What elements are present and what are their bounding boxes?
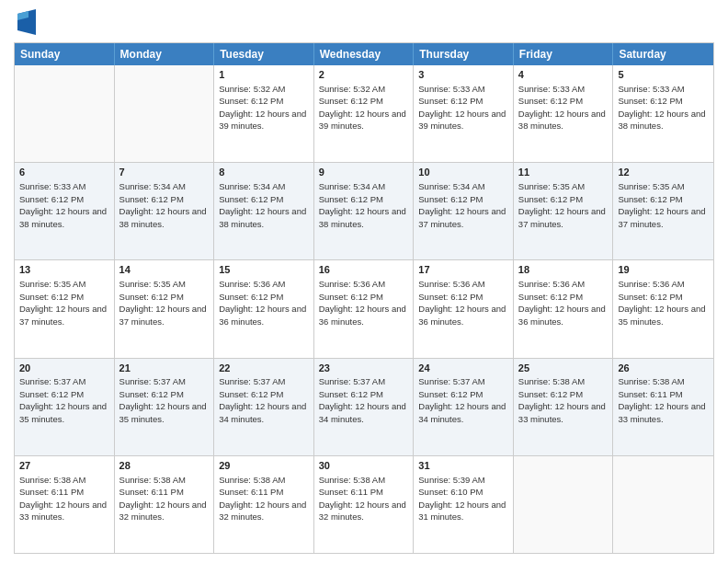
logo	[14, 9, 36, 35]
calendar-cell: 9Sunrise: 5:34 AM Sunset: 6:12 PM Daylig…	[314, 163, 415, 259]
calendar-cell: 31Sunrise: 5:39 AM Sunset: 6:10 PM Dayli…	[414, 456, 514, 553]
calendar-cell: 7Sunrise: 5:34 AM Sunset: 6:12 PM Daylig…	[115, 163, 215, 259]
calendar-cell	[15, 65, 115, 162]
calendar-cell: 17Sunrise: 5:36 AM Sunset: 6:12 PM Dayli…	[414, 260, 514, 357]
calendar-cell: 8Sunrise: 5:34 AM Sunset: 6:12 PM Daylig…	[214, 163, 314, 259]
day-number: 5	[618, 68, 709, 82]
day-number: 6	[19, 166, 109, 179]
day-number: 28	[119, 459, 210, 473]
calendar-cell: 23Sunrise: 5:37 AM Sunset: 6:12 PM Dayli…	[314, 359, 415, 455]
cell-details: Sunrise: 5:36 AM Sunset: 6:12 PM Dayligh…	[219, 279, 309, 327]
calendar-cell: 18Sunrise: 5:36 AM Sunset: 6:12 PM Dayli…	[514, 260, 614, 357]
calendar-cell	[613, 456, 713, 553]
cell-details: Sunrise: 5:33 AM Sunset: 6:12 PM Dayligh…	[618, 84, 708, 132]
calendar-row: 13Sunrise: 5:35 AM Sunset: 6:12 PM Dayli…	[15, 260, 713, 358]
weekday-header: Tuesday	[214, 43, 314, 65]
day-number: 24	[418, 362, 508, 375]
calendar-cell	[514, 456, 614, 553]
day-number: 9	[319, 166, 409, 179]
cell-details: Sunrise: 5:38 AM Sunset: 6:11 PM Dayligh…	[219, 475, 309, 523]
day-number: 2	[319, 68, 409, 82]
calendar-row: 6Sunrise: 5:33 AM Sunset: 6:12 PM Daylig…	[15, 163, 713, 260]
cell-details: Sunrise: 5:32 AM Sunset: 6:12 PM Dayligh…	[219, 84, 309, 132]
weekday-header: Monday	[115, 43, 215, 65]
weekday-header: Thursday	[414, 43, 514, 65]
calendar-cell: 6Sunrise: 5:33 AM Sunset: 6:12 PM Daylig…	[15, 163, 115, 259]
page: SundayMondayTuesdayWednesdayThursdayFrid…	[0, 0, 728, 563]
calendar-row: 1Sunrise: 5:32 AM Sunset: 6:12 PM Daylig…	[15, 65, 713, 163]
calendar-cell: 19Sunrise: 5:36 AM Sunset: 6:12 PM Dayli…	[613, 260, 713, 357]
calendar-cell: 27Sunrise: 5:38 AM Sunset: 6:11 PM Dayli…	[15, 456, 115, 553]
cell-details: Sunrise: 5:33 AM Sunset: 6:12 PM Dayligh…	[518, 84, 609, 132]
cell-details: Sunrise: 5:35 AM Sunset: 6:12 PM Dayligh…	[518, 181, 609, 229]
cell-details: Sunrise: 5:34 AM Sunset: 6:12 PM Dayligh…	[119, 181, 210, 229]
day-number: 13	[19, 263, 109, 277]
cell-details: Sunrise: 5:36 AM Sunset: 6:12 PM Dayligh…	[618, 279, 708, 327]
calendar-cell: 24Sunrise: 5:37 AM Sunset: 6:12 PM Dayli…	[414, 359, 514, 455]
cell-details: Sunrise: 5:38 AM Sunset: 6:11 PM Dayligh…	[618, 376, 708, 424]
calendar-cell: 21Sunrise: 5:37 AM Sunset: 6:12 PM Dayli…	[115, 359, 215, 455]
logo-icon	[17, 9, 36, 35]
day-number: 19	[618, 263, 709, 277]
calendar-cell: 16Sunrise: 5:36 AM Sunset: 6:12 PM Dayli…	[314, 260, 415, 357]
day-number: 17	[418, 263, 508, 277]
cell-details: Sunrise: 5:34 AM Sunset: 6:12 PM Dayligh…	[418, 181, 508, 229]
day-number: 29	[219, 459, 309, 473]
calendar-cell: 5Sunrise: 5:33 AM Sunset: 6:12 PM Daylig…	[613, 65, 713, 162]
day-number: 1	[219, 68, 309, 82]
cell-details: Sunrise: 5:36 AM Sunset: 6:12 PM Dayligh…	[418, 279, 508, 327]
cell-details: Sunrise: 5:36 AM Sunset: 6:12 PM Dayligh…	[319, 279, 409, 327]
cell-details: Sunrise: 5:34 AM Sunset: 6:12 PM Dayligh…	[219, 181, 309, 229]
calendar-cell: 2Sunrise: 5:32 AM Sunset: 6:12 PM Daylig…	[314, 65, 415, 162]
cell-details: Sunrise: 5:33 AM Sunset: 6:12 PM Dayligh…	[19, 181, 109, 229]
day-number: 7	[119, 166, 210, 179]
day-number: 16	[319, 263, 409, 277]
calendar-cell: 25Sunrise: 5:38 AM Sunset: 6:12 PM Dayli…	[514, 359, 614, 455]
day-number: 3	[418, 68, 508, 82]
cell-details: Sunrise: 5:32 AM Sunset: 6:12 PM Dayligh…	[319, 84, 409, 132]
day-number: 23	[319, 362, 409, 375]
calendar-cell: 26Sunrise: 5:38 AM Sunset: 6:11 PM Dayli…	[613, 359, 713, 455]
calendar-cell: 15Sunrise: 5:36 AM Sunset: 6:12 PM Dayli…	[214, 260, 314, 357]
calendar-cell: 22Sunrise: 5:37 AM Sunset: 6:12 PM Dayli…	[214, 359, 314, 455]
day-number: 21	[119, 362, 210, 375]
calendar: SundayMondayTuesdayWednesdayThursdayFrid…	[14, 42, 714, 554]
cell-details: Sunrise: 5:39 AM Sunset: 6:10 PM Dayligh…	[418, 475, 508, 523]
calendar-row: 20Sunrise: 5:37 AM Sunset: 6:12 PM Dayli…	[15, 359, 713, 456]
weekday-header: Wednesday	[314, 43, 415, 65]
cell-details: Sunrise: 5:37 AM Sunset: 6:12 PM Dayligh…	[219, 376, 309, 424]
calendar-cell: 10Sunrise: 5:34 AM Sunset: 6:12 PM Dayli…	[414, 163, 514, 259]
cell-details: Sunrise: 5:37 AM Sunset: 6:12 PM Dayligh…	[19, 376, 109, 424]
day-number: 26	[618, 362, 709, 375]
day-number: 25	[518, 362, 609, 375]
day-number: 20	[19, 362, 109, 375]
day-number: 8	[219, 166, 309, 179]
cell-details: Sunrise: 5:38 AM Sunset: 6:11 PM Dayligh…	[19, 475, 109, 523]
calendar-row: 27Sunrise: 5:38 AM Sunset: 6:11 PM Dayli…	[15, 456, 713, 553]
calendar-header: SundayMondayTuesdayWednesdayThursdayFrid…	[15, 43, 713, 65]
calendar-cell: 13Sunrise: 5:35 AM Sunset: 6:12 PM Dayli…	[15, 260, 115, 357]
weekday-header: Sunday	[15, 43, 115, 65]
cell-details: Sunrise: 5:38 AM Sunset: 6:12 PM Dayligh…	[518, 376, 609, 424]
day-number: 22	[219, 362, 309, 375]
day-number: 27	[19, 459, 109, 473]
calendar-cell: 30Sunrise: 5:38 AM Sunset: 6:11 PM Dayli…	[314, 456, 415, 553]
day-number: 30	[319, 459, 409, 473]
cell-details: Sunrise: 5:34 AM Sunset: 6:12 PM Dayligh…	[319, 181, 409, 229]
cell-details: Sunrise: 5:37 AM Sunset: 6:12 PM Dayligh…	[319, 376, 409, 424]
weekday-header: Friday	[514, 43, 614, 65]
day-number: 4	[518, 68, 609, 82]
day-number: 18	[518, 263, 609, 277]
cell-details: Sunrise: 5:38 AM Sunset: 6:11 PM Dayligh…	[319, 475, 409, 523]
cell-details: Sunrise: 5:38 AM Sunset: 6:11 PM Dayligh…	[119, 475, 210, 523]
calendar-cell: 14Sunrise: 5:35 AM Sunset: 6:12 PM Dayli…	[115, 260, 215, 357]
cell-details: Sunrise: 5:35 AM Sunset: 6:12 PM Dayligh…	[119, 279, 210, 327]
calendar-cell: 4Sunrise: 5:33 AM Sunset: 6:12 PM Daylig…	[514, 65, 614, 162]
day-number: 31	[418, 459, 508, 473]
cell-details: Sunrise: 5:37 AM Sunset: 6:12 PM Dayligh…	[418, 376, 508, 424]
calendar-body: 1Sunrise: 5:32 AM Sunset: 6:12 PM Daylig…	[15, 65, 713, 553]
calendar-cell: 20Sunrise: 5:37 AM Sunset: 6:12 PM Dayli…	[15, 359, 115, 455]
day-number: 12	[618, 166, 709, 179]
cell-details: Sunrise: 5:36 AM Sunset: 6:12 PM Dayligh…	[518, 279, 609, 327]
day-number: 10	[418, 166, 508, 179]
